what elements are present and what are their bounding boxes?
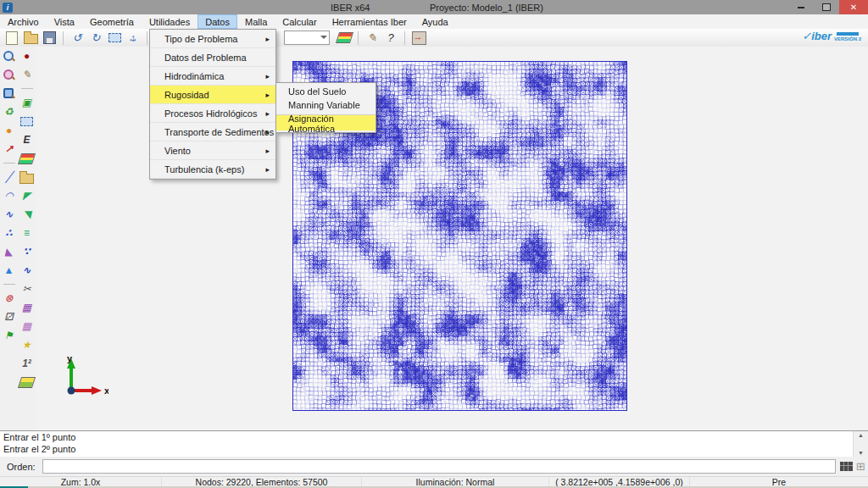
toolbar-combobox[interactable] [284,30,330,45]
zoom-frame-icon[interactable] [2,86,17,101]
rotate-view-left-icon[interactable]: ↺ [70,30,85,46]
new-file-icon[interactable] [4,30,19,46]
menu-utilidades[interactable]: Utilidades [142,14,198,29]
material-sphere-icon[interactable]: ● [19,48,35,64]
grid-icon[interactable]: ⊞ [856,460,865,473]
menu-datos[interactable]: Datos [198,14,237,29]
messages-panel: Entrar el 1º puntoEntrar el 2º punto ▲ ▼ [0,430,868,458]
erase-icon[interactable]: ⊗ [2,291,17,306]
restore-button[interactable] [814,0,839,14]
structured-mesh2-icon[interactable]: ▦ [19,319,35,334]
separator [63,31,64,45]
create-point-icon[interactable]: ∴ [2,225,17,241]
separator [3,163,15,164]
render-icon[interactable]: ● [2,123,17,138]
iber-window: i IBER x64 Proyecto: Modelo_1 (IBER) ✕ A… [0,0,868,488]
yellow-layers-icon[interactable] [19,374,35,390]
edit-notes-icon[interactable]: ✎ [364,30,380,46]
menu-vista[interactable]: Vista [47,14,82,29]
menu-ayuda[interactable]: Ayuda [415,14,456,29]
mesh-polygon-icon[interactable]: ◤ [19,188,35,203]
submenu-item-manning-variable[interactable]: Manning Variable [276,98,376,112]
create-spline-icon[interactable]: ∿ [2,207,17,222]
menu-item-hidrodinamica[interactable]: Hidrodinámica ▸ [150,67,275,86]
separator [404,31,405,45]
rugosidad-submenu: Uso del Suelo Manning Variable Asignació… [275,82,376,133]
menu-item-procesos-hidrologicos[interactable]: Procesos Hidrológicos ▸ [150,104,275,123]
minimize-button[interactable] [788,0,814,14]
create-volume-icon[interactable]: ▲ [2,263,17,278]
left-toolbar: ♻●↗╱◠∿∴◣▲⊗⚂⚑ ●✎▣E◤◥≡∵∿✂▦▦★1² [0,47,36,430]
menu-item-datos-del-problema[interactable]: Datos del Problema [150,48,275,67]
submenu-item-uso-del-suelo[interactable]: Uso del Suelo [276,85,376,98]
renumber-icon[interactable]: 1² [19,356,35,371]
scroll-up-icon[interactable]: ▲ [858,431,864,439]
flag-icon[interactable]: ⚑ [2,328,17,343]
menubar: ArchivoVistaGeometríaUtilidadesDatosMall… [0,14,868,30]
window-title: IBER x64 [331,3,370,13]
menu-item-viento[interactable]: Viento ▸ [150,141,275,160]
messages-scrollbar[interactable]: ▲ ▼ [853,431,868,457]
mesh-polygon2-icon[interactable]: ◥ [19,207,35,222]
axis-x-label: x [104,385,108,396]
scissors-icon[interactable]: ✂ [19,281,35,297]
command-history-icon[interactable] [840,462,853,471]
separator [21,88,33,89]
menu-calcular[interactable]: Calcular [275,14,324,29]
submenu-arrow-icon: ▸ [265,165,270,174]
axis-y-label: y [67,353,73,363]
copy-page-icon[interactable]: ▣ [19,95,35,110]
rotate-view-right-icon[interactable]: ↻ [88,30,103,46]
menu-item-turbulencia-k-eps[interactable]: Turbulencia (k-eps) ▸ [150,160,275,179]
open-folder-icon[interactable] [23,30,38,46]
close-button[interactable]: ✕ [839,0,868,14]
submenu-arrow-icon: ▸ [265,91,270,99]
submenu-item-asignacion-automatica[interactable]: Asignación Automática [276,114,376,130]
titlebar: i IBER x64 Proyecto: Modelo_1 (IBER) ✕ [0,0,868,14]
message-line: Entrar el 2º punto [0,443,868,455]
submenu-arrow-icon: ▸ [265,72,270,80]
structured-mesh-icon[interactable]: ▦ [19,300,35,315]
brand-check-icon: ✓ [802,30,811,42]
menu-archivo[interactable]: Archivo [0,14,47,29]
help-icon[interactable]: ? [383,30,398,46]
message-line: Entrar el 1º punto [0,431,868,443]
menu-malla[interactable]: Malla [237,14,275,29]
curve-points-icon[interactable]: ∿ [19,263,35,278]
mesh-star-icon[interactable]: ★ [19,337,35,352]
pan-icon[interactable] [125,30,141,46]
rotate-arrow-icon[interactable]: ↗ [2,141,17,157]
scroll-down-icon[interactable]: ▼ [858,449,864,457]
notepad-edit-icon[interactable]: ✎ [19,67,35,82]
layers-icon[interactable] [337,30,352,46]
combo-arrow-icon [320,36,327,39]
zoom-in-icon[interactable] [2,48,17,64]
create-line-icon[interactable]: ╱ [2,169,17,185]
separator [358,31,359,45]
folder-icon[interactable] [19,169,35,185]
create-arc-icon[interactable]: ◠ [2,188,17,203]
create-surface-icon[interactable]: ◣ [2,244,17,259]
redraw-icon[interactable]: ♻ [2,104,17,119]
command-input[interactable] [42,459,836,474]
menu-herramientas-iber[interactable]: Herramientas Iber [325,14,415,29]
save-icon[interactable] [42,30,57,46]
menu-item-tipo-de-problema[interactable]: Tipo de Problema ▸ [150,30,275,48]
points-path-icon[interactable]: ∵ [19,244,35,259]
selection-box-icon[interactable] [19,114,35,129]
iber-brand-logo: ✓iber VERSIÓN 2 [802,30,861,42]
layers-icon[interactable] [19,151,35,166]
zoom-out-icon[interactable] [2,67,17,82]
submenu-arrow-icon: ▸ [265,147,270,155]
app-icon: i [3,3,13,13]
menu-item-transporte-de-sedimentos[interactable]: Transporte de Sedimentos ▸ [150,123,275,141]
entity-label-icon[interactable]: E [19,132,35,147]
menu-item-rugosidad[interactable]: Rugosidad ▸ [150,86,275,104]
surfaces-stack-icon[interactable]: ≡ [19,225,35,241]
toolbar: ↺↻ ✎? ✓iber VERSIÓN 2 [0,29,868,47]
zoom-window-icon[interactable] [107,30,122,46]
exit-icon[interactable] [411,30,426,46]
menu-geometria[interactable]: Geometría [82,14,142,29]
dice-icon[interactable]: ⚂ [2,309,17,324]
brand-version: VERSIÓN 2 [834,36,861,42]
